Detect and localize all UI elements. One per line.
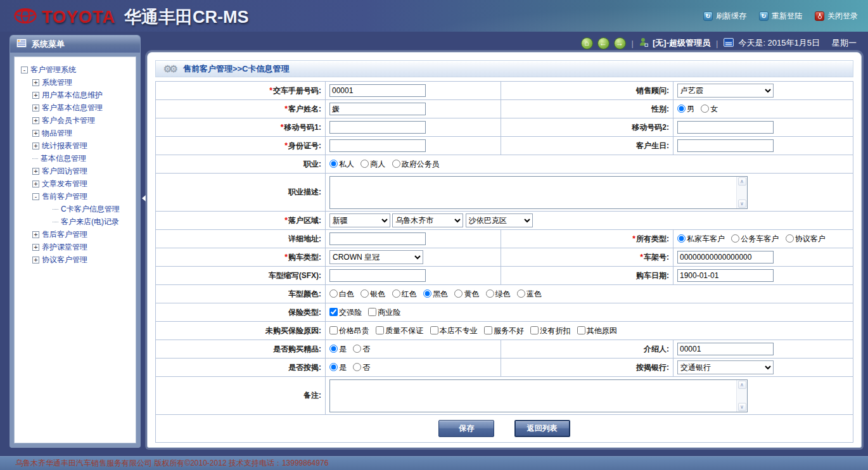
reason-unprofessional-checkbox[interactable]: 本店不专业 <box>430 326 478 335</box>
occupation-desc-textarea[interactable] <box>330 177 736 208</box>
sales-consultant-select[interactable]: 卢艺霞 <box>677 84 774 98</box>
home-button[interactable]: ⌂ <box>581 37 593 49</box>
reason-other-checkbox[interactable]: 其他原因 <box>577 326 617 335</box>
back-button[interactable]: ← <box>597 37 610 49</box>
tree-item-goods-mgmt[interactable]: + 物品管理 <box>17 127 133 139</box>
tree-toggle-icon[interactable]: + <box>32 168 39 175</box>
reason-no-discount-checkbox[interactable]: 没有折扣 <box>530 326 570 335</box>
mobile2-input[interactable] <box>677 121 774 134</box>
tree-item-aftersale-mgmt[interactable]: + 售后客户管理 <box>17 228 133 241</box>
reason-quality-checkbox[interactable]: 质量不保证 <box>376 326 423 335</box>
scroll-down-icon[interactable]: ∨ <box>738 200 746 208</box>
tree-item-visit-mgmt[interactable]: + 客户回访管理 <box>17 165 133 177</box>
sidebar-collapse-icon[interactable] <box>142 195 146 201</box>
tree-toggle-icon[interactable]: + <box>32 117 39 124</box>
owner-type-private-radio[interactable]: 私家车客户 <box>677 234 725 243</box>
tree-item-customer-mgmt-system[interactable]: - 客户管理系统 <box>17 63 133 76</box>
color-red-radio[interactable]: 红色 <box>392 289 417 298</box>
scroll-down-icon[interactable]: ∨ <box>738 403 746 411</box>
forward-button[interactable]: → <box>614 37 626 49</box>
introducer-input[interactable] <box>677 343 774 355</box>
tree-toggle-icon[interactable]: + <box>32 130 39 137</box>
vin-input[interactable] <box>677 251 774 264</box>
scroll-up-icon[interactable]: ∧ <box>738 177 746 186</box>
tree-toggle-icon[interactable]: + <box>32 181 39 187</box>
reason-bad-service-checkbox[interactable]: 服务不好 <box>484 326 524 335</box>
remark-textarea[interactable] <box>330 380 736 412</box>
logout-link[interactable]: 关闭登录 <box>815 11 858 22</box>
tree-item-system-mgmt[interactable]: + 系统管理 <box>17 76 133 89</box>
save-button[interactable]: 保存 <box>438 420 494 437</box>
mobile1-input[interactable] <box>329 121 426 134</box>
occupation-civil-servant-radio[interactable]: 政府公务员 <box>392 160 440 168</box>
gender-female-radio[interactable]: 女 <box>701 105 718 113</box>
id-card-input[interactable] <box>329 139 426 152</box>
color-blue-radio[interactable]: 蓝色 <box>517 289 542 298</box>
tree-item-customer-info[interactable]: + 客户基本信息管理 <box>17 101 133 114</box>
insurance-compulsory-checkbox[interactable]: 交强险 <box>329 308 362 317</box>
tree-item-store-visit-record[interactable]: 客户来店(电)记录 <box>17 215 133 228</box>
tree-item-article-mgmt[interactable]: + 文章发布管理 <box>17 177 133 190</box>
tree-item-report-mgmt[interactable]: + 统计报表管理 <box>17 139 133 152</box>
field-label: 保险类型: <box>156 303 326 322</box>
address-input[interactable] <box>329 232 426 245</box>
gear-icon: ⚙⚙ <box>163 63 176 75</box>
relogin-link[interactable]: ↻ 重新登陆 <box>759 11 802 22</box>
region-province-select[interactable]: 新疆 <box>329 213 390 227</box>
region-district-select[interactable]: 沙依巴克区 <box>466 213 533 227</box>
tree-item-user-info[interactable]: + 用户基本信息维护 <box>17 89 133 101</box>
tree-item-label: 统计报表管理 <box>42 141 87 151</box>
occupation-private-radio[interactable]: 私人 <box>329 160 354 168</box>
tree-item-basic-info[interactable]: 基本信息管理 <box>17 152 133 165</box>
tree-toggle-icon[interactable]: - <box>32 193 39 200</box>
mortgage-bank-select[interactable]: 交通银行 <box>677 360 774 374</box>
owner-type-agreement-radio[interactable]: 协议客户 <box>786 234 826 243</box>
field-label: 职业: <box>156 155 326 174</box>
purchase-date-input[interactable] <box>677 269 774 282</box>
tree-toggle-icon[interactable]: + <box>32 92 39 99</box>
tree-toggle-icon[interactable]: - <box>21 67 28 73</box>
tree-item-member-card[interactable]: + 客户会员卡管理 <box>17 114 133 127</box>
color-silver-radio[interactable]: 银色 <box>361 289 385 298</box>
tree-item-ccard-info[interactable]: C卡客户信息管理 <box>17 203 133 215</box>
occupation-business-radio[interactable]: 商人 <box>361 160 385 168</box>
scrollbar[interactable]: ∧ ∨ <box>736 177 747 208</box>
back-to-list-button[interactable]: 返回列表 <box>514 420 570 437</box>
delivery-manual-no-input[interactable] <box>329 84 426 97</box>
tree-toggle-icon[interactable]: + <box>32 257 39 264</box>
birthday-input[interactable] <box>677 139 774 152</box>
tree-item-presale-mgmt[interactable]: - 售前客户管理 <box>17 190 133 203</box>
mortgage-no-radio[interactable]: 否 <box>353 363 370 372</box>
color-white-radio[interactable]: 白色 <box>329 289 354 298</box>
scroll-up-icon[interactable]: ∧ <box>738 381 746 389</box>
boutique-yes-radio[interactable]: 是 <box>329 345 347 353</box>
tree-toggle-icon[interactable]: + <box>32 105 39 111</box>
color-yellow-radio[interactable]: 黄色 <box>454 289 479 298</box>
region-city-select[interactable]: 乌鲁木齐市 <box>392 213 463 227</box>
color-green-radio[interactable]: 绿色 <box>486 289 511 298</box>
mortgage-yes-radio[interactable]: 是 <box>329 363 347 372</box>
tree-item-maintenance-class[interactable]: + 养护课堂管理 <box>17 241 133 253</box>
color-black-radio[interactable]: 黑色 <box>423 289 448 298</box>
boutique-no-radio[interactable]: 否 <box>353 345 370 353</box>
tree-item-agreement-mgmt[interactable]: + 协议客户管理 <box>17 253 133 266</box>
tree-toggle-icon[interactable]: + <box>32 79 39 86</box>
tree-toggle-icon[interactable]: + <box>32 143 39 149</box>
field-label: 移动号码2: <box>501 118 673 137</box>
insurance-commercial-checkbox[interactable]: 商业险 <box>368 308 400 317</box>
reason-expensive-checkbox[interactable]: 价格昂贵 <box>329 326 369 335</box>
gender-male-radio[interactable]: 男 <box>677 105 694 113</box>
tree-item-label: 售后客户管理 <box>42 229 87 240</box>
tree-toggle-icon[interactable]: + <box>32 231 39 238</box>
field-label: *身份证号: <box>156 137 326 155</box>
field-label: *车架号: <box>501 248 673 267</box>
field-label: 购车日期: <box>501 267 673 285</box>
refresh-cache-link[interactable]: ↻ 刷新缓存 <box>703 11 746 22</box>
scrollbar[interactable]: ∧ ∨ <box>736 380 747 412</box>
sfx-input[interactable] <box>329 269 426 282</box>
field-label: 详细地址: <box>156 230 326 248</box>
customer-name-input[interactable] <box>329 103 426 115</box>
car-type-select[interactable]: CROWN 皇冠 <box>329 250 423 264</box>
tree-toggle-icon[interactable]: + <box>32 244 39 251</box>
owner-type-official-radio[interactable]: 公务车客户 <box>731 234 779 243</box>
